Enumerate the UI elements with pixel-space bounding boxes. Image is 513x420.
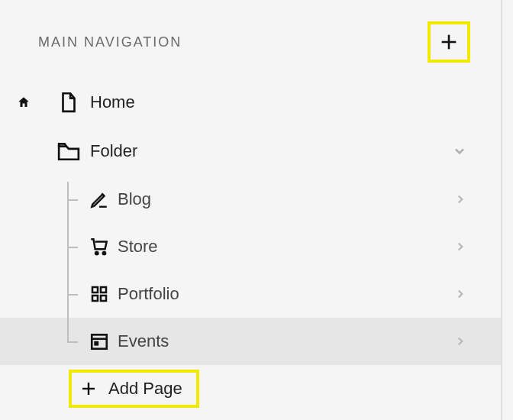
chevron-right-icon — [453, 334, 467, 348]
nav-item-events[interactable]: Events — [0, 318, 501, 365]
main-navigation-panel: MAIN NAVIGATION Home — [0, 0, 502, 420]
nav-enter-store[interactable] — [453, 240, 470, 254]
svg-rect-6 — [92, 296, 98, 301]
navigation-header: MAIN NAVIGATION — [0, 21, 501, 78]
add-section-button[interactable] — [428, 21, 470, 63]
svg-rect-7 — [101, 296, 106, 301]
nav-enter-portfolio[interactable] — [453, 287, 470, 301]
add-page-label: Add Page — [108, 379, 182, 399]
add-page-button[interactable]: Add Page — [69, 370, 199, 408]
nav-item-folder[interactable]: Folder — [0, 127, 501, 176]
chevron-right-icon — [453, 287, 467, 301]
svg-rect-4 — [92, 287, 98, 292]
nav-item-home[interactable]: Home — [0, 78, 501, 127]
chevron-right-icon — [453, 240, 467, 254]
svg-rect-5 — [101, 287, 106, 292]
home-icon — [17, 95, 31, 109]
nav-item-store[interactable]: Store — [0, 223, 501, 270]
section-title: MAIN NAVIGATION — [38, 34, 182, 50]
nav-label-events: Events — [118, 331, 169, 351]
nav-enter-blog[interactable] — [453, 192, 470, 206]
collapse-toggle[interactable] — [452, 144, 470, 159]
chevron-right-icon — [453, 192, 467, 206]
plus-icon — [79, 380, 98, 398]
svg-rect-8 — [92, 334, 107, 348]
grid-icon — [90, 285, 108, 303]
svg-point-3 — [103, 252, 105, 254]
folder-icon — [57, 141, 80, 161]
nav-label-folder: Folder — [90, 141, 137, 161]
nav-label-home: Home — [90, 92, 135, 112]
calendar-icon — [89, 331, 109, 351]
nav-label-blog: Blog — [118, 189, 151, 209]
svg-rect-10 — [95, 342, 98, 344]
nav-item-portfolio[interactable]: Portfolio — [0, 270, 501, 318]
plus-icon — [438, 31, 460, 53]
svg-point-2 — [95, 252, 98, 254]
cart-icon — [89, 236, 110, 257]
add-page-row: Add Page — [0, 367, 501, 411]
chevron-down-icon — [452, 144, 467, 159]
nav-label-store: Store — [118, 237, 158, 257]
page-icon — [59, 91, 79, 114]
pen-icon — [89, 189, 109, 209]
nav-label-portfolio: Portfolio — [118, 284, 179, 304]
nav-item-blog[interactable]: Blog — [0, 176, 501, 223]
nav-enter-events[interactable] — [453, 334, 470, 348]
